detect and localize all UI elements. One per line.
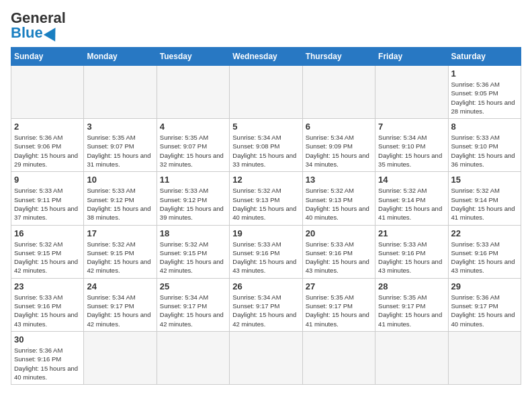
calendar-cell xyxy=(157,331,229,384)
column-header-sunday: Sunday xyxy=(11,48,84,66)
calendar-cell: 7Sunrise: 5:34 AM Sunset: 9:10 PM Daylig… xyxy=(375,119,448,172)
calendar-cell: 6Sunrise: 5:34 AM Sunset: 9:09 PM Daylig… xyxy=(302,119,375,172)
calendar-table: SundayMondayTuesdayWednesdayThursdayFrid… xyxy=(11,47,521,385)
day-info: Sunrise: 5:33 AM Sunset: 9:12 PM Dayligh… xyxy=(160,186,226,222)
day-info: Sunrise: 5:33 AM Sunset: 9:11 PM Dayligh… xyxy=(14,186,81,222)
calendar-cell: 16Sunrise: 5:32 AM Sunset: 9:15 PM Dayli… xyxy=(11,225,84,278)
calendar-cell: 18Sunrise: 5:32 AM Sunset: 9:15 PM Dayli… xyxy=(157,225,229,278)
day-info: Sunrise: 5:34 AM Sunset: 9:10 PM Dayligh… xyxy=(378,133,445,169)
calendar-cell: 10Sunrise: 5:33 AM Sunset: 9:12 PM Dayli… xyxy=(84,172,157,225)
calendar-cell xyxy=(157,66,229,119)
day-number: 7 xyxy=(378,122,445,132)
calendar-cell: 27Sunrise: 5:35 AM Sunset: 9:17 PM Dayli… xyxy=(302,278,375,331)
calendar-cell: 26Sunrise: 5:34 AM Sunset: 9:17 PM Dayli… xyxy=(230,278,302,331)
day-number: 24 xyxy=(87,281,153,291)
day-info: Sunrise: 5:33 AM Sunset: 9:10 PM Dayligh… xyxy=(451,133,518,169)
day-number: 8 xyxy=(451,122,518,132)
day-info: Sunrise: 5:34 AM Sunset: 9:17 PM Dayligh… xyxy=(87,293,153,328)
day-number: 28 xyxy=(378,281,445,291)
calendar-cell: 15Sunrise: 5:32 AM Sunset: 9:14 PM Dayli… xyxy=(448,172,521,225)
calendar-cell: 22Sunrise: 5:33 AM Sunset: 9:16 PM Dayli… xyxy=(448,225,521,278)
day-info: Sunrise: 5:36 AM Sunset: 9:17 PM Dayligh… xyxy=(451,293,518,328)
day-number: 26 xyxy=(232,281,299,291)
day-info: Sunrise: 5:34 AM Sunset: 9:08 PM Dayligh… xyxy=(232,133,299,169)
calendar-cell: 21Sunrise: 5:33 AM Sunset: 9:16 PM Dayli… xyxy=(375,225,448,278)
calendar-cell xyxy=(230,331,302,384)
day-info: Sunrise: 5:32 AM Sunset: 9:14 PM Dayligh… xyxy=(378,186,445,222)
calendar-cell: 13Sunrise: 5:32 AM Sunset: 9:13 PM Dayli… xyxy=(302,172,375,225)
day-info: Sunrise: 5:36 AM Sunset: 9:06 PM Dayligh… xyxy=(14,133,81,169)
day-number: 2 xyxy=(14,122,81,132)
day-number: 3 xyxy=(87,122,153,132)
day-info: Sunrise: 5:32 AM Sunset: 9:13 PM Dayligh… xyxy=(306,186,372,222)
day-number: 6 xyxy=(306,122,372,132)
day-info: Sunrise: 5:34 AM Sunset: 9:17 PM Dayligh… xyxy=(160,293,226,328)
day-info: Sunrise: 5:33 AM Sunset: 9:16 PM Dayligh… xyxy=(306,240,372,275)
day-number: 15 xyxy=(451,175,518,185)
day-number: 19 xyxy=(232,228,299,238)
calendar-cell: 12Sunrise: 5:32 AM Sunset: 9:13 PM Dayli… xyxy=(230,172,302,225)
day-info: Sunrise: 5:32 AM Sunset: 9:15 PM Dayligh… xyxy=(14,240,81,275)
day-number: 12 xyxy=(232,175,299,185)
calendar-cell: 8Sunrise: 5:33 AM Sunset: 9:10 PM Daylig… xyxy=(448,119,521,172)
calendar-cell: 2Sunrise: 5:36 AM Sunset: 9:06 PM Daylig… xyxy=(11,119,84,172)
day-info: Sunrise: 5:35 AM Sunset: 9:17 PM Dayligh… xyxy=(378,293,445,328)
calendar-cell: 20Sunrise: 5:33 AM Sunset: 9:16 PM Dayli… xyxy=(302,225,375,278)
column-header-tuesday: Tuesday xyxy=(157,48,229,66)
day-number: 16 xyxy=(14,228,81,238)
calendar-cell: 23Sunrise: 5:33 AM Sunset: 9:16 PM Dayli… xyxy=(11,278,84,331)
logo-blue-text: Blue xyxy=(11,26,43,40)
calendar-cell xyxy=(230,66,302,119)
calendar-cell: 11Sunrise: 5:33 AM Sunset: 9:12 PM Dayli… xyxy=(157,172,229,225)
calendar-cell: 28Sunrise: 5:35 AM Sunset: 9:17 PM Dayli… xyxy=(375,278,448,331)
day-info: Sunrise: 5:34 AM Sunset: 9:09 PM Dayligh… xyxy=(306,133,372,169)
day-info: Sunrise: 5:33 AM Sunset: 9:16 PM Dayligh… xyxy=(451,240,518,275)
day-info: Sunrise: 5:35 AM Sunset: 9:07 PM Dayligh… xyxy=(160,133,226,169)
day-number: 22 xyxy=(451,228,518,238)
calendar-cell: 30Sunrise: 5:36 AM Sunset: 9:16 PM Dayli… xyxy=(11,331,84,384)
day-info: Sunrise: 5:33 AM Sunset: 9:12 PM Dayligh… xyxy=(87,186,153,222)
day-info: Sunrise: 5:32 AM Sunset: 9:15 PM Dayligh… xyxy=(160,240,226,275)
day-number: 9 xyxy=(14,175,81,185)
day-info: Sunrise: 5:32 AM Sunset: 9:15 PM Dayligh… xyxy=(87,240,153,275)
calendar-cell xyxy=(84,331,157,384)
calendar-cell: 24Sunrise: 5:34 AM Sunset: 9:17 PM Dayli… xyxy=(84,278,157,331)
calendar-cell: 29Sunrise: 5:36 AM Sunset: 9:17 PM Dayli… xyxy=(448,278,521,331)
logo-general-text: General xyxy=(11,11,66,26)
day-number: 14 xyxy=(378,175,445,185)
day-number: 5 xyxy=(232,122,299,132)
column-header-monday: Monday xyxy=(84,48,157,66)
calendar-cell xyxy=(375,66,448,119)
day-info: Sunrise: 5:36 AM Sunset: 9:05 PM Dayligh… xyxy=(451,80,518,116)
day-number: 27 xyxy=(306,281,372,291)
day-info: Sunrise: 5:32 AM Sunset: 9:13 PM Dayligh… xyxy=(232,186,299,222)
day-info: Sunrise: 5:32 AM Sunset: 9:14 PM Dayligh… xyxy=(451,186,518,222)
logo-triangle-icon xyxy=(44,24,61,42)
day-number: 29 xyxy=(451,281,518,291)
day-number: 11 xyxy=(160,175,226,185)
calendar-cell xyxy=(448,331,521,384)
calendar-cell: 19Sunrise: 5:33 AM Sunset: 9:16 PM Dayli… xyxy=(230,225,302,278)
day-number: 13 xyxy=(306,175,372,185)
calendar-cell xyxy=(302,66,375,119)
day-number: 17 xyxy=(87,228,153,238)
day-number: 30 xyxy=(14,334,81,345)
calendar-cell xyxy=(11,66,84,119)
day-number: 10 xyxy=(87,175,153,185)
day-info: Sunrise: 5:36 AM Sunset: 9:16 PM Dayligh… xyxy=(14,346,81,381)
calendar-cell: 3Sunrise: 5:35 AM Sunset: 9:07 PM Daylig… xyxy=(84,119,157,172)
column-header-thursday: Thursday xyxy=(302,48,375,66)
day-number: 4 xyxy=(160,122,226,132)
day-info: Sunrise: 5:35 AM Sunset: 9:17 PM Dayligh… xyxy=(306,293,372,328)
column-header-friday: Friday xyxy=(375,48,448,66)
day-number: 1 xyxy=(451,68,518,79)
day-info: Sunrise: 5:34 AM Sunset: 9:17 PM Dayligh… xyxy=(232,293,299,328)
page-header: General Blue xyxy=(11,11,521,40)
day-number: 18 xyxy=(160,228,226,238)
calendar-cell: 25Sunrise: 5:34 AM Sunset: 9:17 PM Dayli… xyxy=(157,278,229,331)
day-number: 23 xyxy=(14,281,81,291)
day-info: Sunrise: 5:33 AM Sunset: 9:16 PM Dayligh… xyxy=(232,240,299,275)
day-info: Sunrise: 5:33 AM Sunset: 9:16 PM Dayligh… xyxy=(14,293,81,328)
calendar-header-row: SundayMondayTuesdayWednesdayThursdayFrid… xyxy=(11,48,521,66)
day-number: 25 xyxy=(160,281,226,291)
